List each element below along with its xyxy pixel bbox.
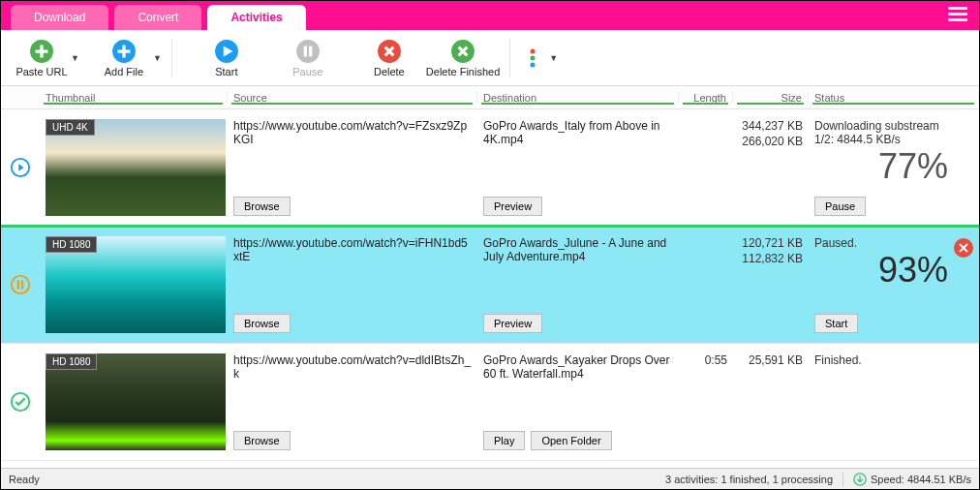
status-text: Downloading substream 1/2: 4844.5 KB/s (814, 119, 948, 146)
column-header-row: Thumbnail Source Destination Length Size… (1, 86, 979, 109)
paused-indicator-icon (10, 274, 31, 295)
hamburger-menu-icon[interactable] (948, 4, 971, 27)
col-status[interactable]: Status (809, 92, 979, 104)
size-secondary: 112,832 KB (742, 252, 803, 267)
activity-list: UHD 4K https://www.youtube.com/watch?v=F… (1, 109, 979, 468)
source-url: https://www.youtube.com/watch?v=iFHN1bd5… (233, 236, 472, 267)
play-icon (214, 39, 239, 64)
length-value (679, 115, 733, 220)
delete-button[interactable]: Delete (362, 39, 416, 77)
svg-point-3 (296, 40, 320, 63)
preview-button[interactable]: Preview (483, 197, 542, 216)
col-size[interactable]: Size (733, 92, 809, 104)
quality-badge: HD 1080 (46, 236, 97, 253)
destination-filename: GoPro Awards_Kayaker Drops Over 60 ft. W… (483, 353, 673, 384)
open-folder-button[interactable]: Open Folder (531, 431, 611, 450)
activity-row[interactable]: HD 1080 https://www.youtube.com/watch?v=… (1, 344, 979, 461)
tab-download[interactable]: Download (11, 5, 108, 30)
done-indicator-icon (10, 391, 31, 413)
paste-url-button[interactable]: Paste URL (15, 39, 69, 77)
size-secondary: 266,020 KB (742, 135, 803, 150)
svg-rect-5 (309, 46, 312, 56)
preview-button[interactable]: Preview (483, 314, 542, 333)
source-url: https://www.youtube.com/watch?v=dldIBtsZ… (233, 353, 472, 384)
play-button[interactable]: Play (483, 431, 525, 450)
col-length[interactable]: Length (679, 92, 733, 104)
svg-point-8 (531, 48, 536, 53)
status-bar: Ready 3 activities: 1 finished, 1 proces… (1, 468, 979, 489)
length-value: 0:55 (679, 350, 733, 454)
thumbnail-image: HD 1080 (46, 236, 226, 333)
status-speed: Speed: 4844.51 KB/s (871, 474, 971, 485)
svg-point-10 (531, 62, 536, 67)
more-options-button[interactable]: ▼ (520, 46, 558, 71)
svg-point-12 (12, 276, 29, 293)
browse-button[interactable]: Browse (233, 431, 291, 450)
delete-check-icon (450, 39, 475, 64)
tab-bar: Download Convert Activities (1, 1, 979, 30)
row-action-button[interactable]: Start (814, 314, 858, 333)
plus-blue-icon (111, 39, 137, 64)
svg-rect-4 (304, 46, 307, 56)
progress-percent: 93% (814, 250, 948, 291)
status-activities: 3 activities: 1 finished, 1 processing (665, 474, 833, 485)
browse-button[interactable]: Browse (233, 314, 291, 333)
col-thumbnail[interactable]: Thumbnail (40, 92, 228, 104)
size-primary: 120,721 KB (742, 236, 803, 252)
length-value (679, 232, 733, 337)
add-file-button[interactable]: Add File (97, 39, 151, 77)
col-destination[interactable]: Destination (477, 92, 679, 104)
playing-indicator-icon (10, 157, 31, 178)
activity-row[interactable]: UHD 4K https://www.youtube.com/watch?v=F… (1, 109, 979, 227)
thumbnail-image: UHD 4K (46, 119, 226, 216)
svg-rect-13 (17, 280, 19, 289)
tab-convert[interactable]: Convert (114, 5, 201, 30)
status-ready: Ready (9, 474, 40, 485)
traffic-light-icon (520, 46, 545, 71)
pause-button: Pause (281, 39, 335, 77)
status-text: Paused. (814, 236, 948, 250)
paste-url-dropdown[interactable]: ▼ (71, 53, 79, 63)
col-source[interactable]: Source (228, 92, 477, 104)
destination-filename: GoPro Awards_Italy from Above in 4K.mp4 (483, 119, 673, 150)
add-file-dropdown[interactable]: ▼ (153, 53, 162, 63)
tab-activities[interactable]: Activities (207, 5, 305, 30)
source-url: https://www.youtube.com/watch?v=FZsxz9Zp… (233, 119, 472, 150)
quality-badge: UHD 4K (46, 119, 95, 136)
svg-point-9 (531, 55, 536, 60)
size-primary: 25,591 KB (749, 353, 803, 369)
pause-icon (295, 39, 321, 64)
row-action-button[interactable]: Pause (814, 197, 866, 216)
browse-button[interactable]: Browse (233, 197, 291, 216)
activity-row[interactable]: HD 1080 https://www.youtube.com/watch?v=… (1, 227, 979, 344)
progress-percent: 77% (814, 146, 948, 187)
toolbar: Paste URL ▼ Add File ▼ Start Pause Delet… (1, 30, 979, 86)
plus-green-icon (29, 39, 54, 64)
status-text: Finished. (814, 353, 948, 367)
svg-rect-14 (21, 280, 23, 289)
start-button[interactable]: Start (199, 39, 254, 77)
quality-badge: HD 1080 (46, 353, 97, 370)
download-speed-icon (853, 473, 867, 486)
close-row-button[interactable] (954, 238, 973, 258)
destination-filename: GoPro Awards_Julune - A June and July Ad… (483, 236, 673, 267)
delete-finished-button[interactable]: Delete Finished (426, 39, 500, 77)
delete-x-icon (377, 39, 402, 64)
thumbnail-image: HD 1080 (46, 353, 226, 450)
size-primary: 344,237 KB (742, 119, 803, 135)
